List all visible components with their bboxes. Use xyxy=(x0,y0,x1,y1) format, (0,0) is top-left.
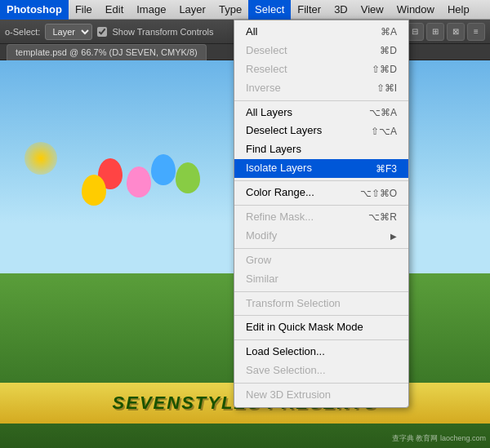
menu-item-transform-selection[interactable]: Transform Selection xyxy=(234,295,408,313)
menu-item-modify[interactable]: Modify ▶ xyxy=(234,227,408,246)
balloon-pink xyxy=(127,166,151,197)
watermark: 查字典 教育网 laocheng.com xyxy=(392,433,486,444)
menu-item-3d[interactable]: 3D xyxy=(327,0,354,20)
select-dropdown-menu[interactable]: All ⌘A Deselect ⌘D Reselect ⇧⌘D Inverse … xyxy=(234,20,409,408)
menu-item-isolate-layers[interactable]: Isolate Layers ⌘F3 xyxy=(234,159,408,178)
menu-section-2: All Layers ⌥⌘A Deselect Layers ⇧⌥A Find … xyxy=(234,101,408,182)
menu-item-all[interactable]: All ⌘A xyxy=(234,23,408,42)
menu-section-8: Load Selection... Save Selection... xyxy=(234,340,408,384)
menu-item-file[interactable]: File xyxy=(69,0,99,20)
menu-item-view[interactable]: View xyxy=(354,0,390,20)
show-transform-checkbox[interactable] xyxy=(97,27,107,37)
menu-item-deselect-layers[interactable]: Deselect Layers ⇧⌥A xyxy=(234,122,408,140)
menu-section-5: Grow Similar xyxy=(234,249,408,292)
menu-item-refine-mask[interactable]: Refine Mask... ⌥⌘R xyxy=(234,208,408,227)
layer-select[interactable]: Layer xyxy=(45,24,92,40)
balloon-blue xyxy=(151,154,176,185)
balloon-yellow xyxy=(82,175,106,206)
modify-submenu-arrow: ▶ xyxy=(390,232,397,241)
menu-item-find-layers[interactable]: Find Layers xyxy=(234,140,408,159)
balloon-green xyxy=(176,162,200,193)
menu-item-all-layers[interactable]: All Layers ⌥⌘A xyxy=(234,104,408,122)
menu-section-7: Edit in Quick Mask Mode xyxy=(234,316,408,340)
menu-item-type[interactable]: Type xyxy=(212,0,248,20)
menu-item-image[interactable]: Image xyxy=(130,0,172,20)
show-transform-label: Show Transform Controls xyxy=(112,27,213,37)
menu-item-similar[interactable]: Similar xyxy=(234,270,408,289)
menu-item-photoshop[interactable]: Photoshop xyxy=(0,0,69,20)
menu-item-grow[interactable]: Grow xyxy=(234,251,408,270)
document-tab-label: template.psd @ 66.7% (DJ SEVEN, CMYK/8) xyxy=(16,47,198,57)
menu-item-load-selection[interactable]: Load Selection... xyxy=(234,343,408,362)
toolbar-select-label: o-Select: xyxy=(5,27,40,37)
menu-item-quick-mask[interactable]: Edit in Quick Mask Mode xyxy=(234,318,408,337)
menu-section-4: Refine Mask... ⌥⌘R Modify ▶ xyxy=(234,206,408,249)
menu-item-3d-extrusion[interactable]: New 3D Extrusion xyxy=(234,386,408,405)
menu-item-filter[interactable]: Filter xyxy=(291,0,327,20)
distribute-icon[interactable]: ⊠ xyxy=(447,23,465,41)
menu-item-help[interactable]: Help xyxy=(441,0,476,20)
menu-item-reselect[interactable]: Reselect ⇧⌘D xyxy=(234,60,408,79)
arrange-icon[interactable]: ≡ xyxy=(467,23,485,41)
menu-item-window[interactable]: Window xyxy=(390,0,441,20)
menu-item-inverse[interactable]: Inverse ⇧⌘I xyxy=(234,79,408,98)
menu-bar: Photoshop File Edit Image Layer Type Sel… xyxy=(0,0,490,20)
menu-item-layer[interactable]: Layer xyxy=(172,0,212,20)
align-right-icon[interactable]: ⊞ xyxy=(426,23,444,41)
menu-item-edit[interactable]: Edit xyxy=(99,0,130,20)
menu-section-3: Color Range... ⌥⇧⌘O xyxy=(234,181,408,206)
menu-section-9: New 3D Extrusion xyxy=(234,384,408,407)
menu-item-save-selection[interactable]: Save Selection... xyxy=(234,362,408,380)
firework-decoration xyxy=(24,142,57,175)
menu-item-deselect[interactable]: Deselect ⌘D xyxy=(234,42,408,60)
document-tab[interactable]: template.psd @ 66.7% (DJ SEVEN, CMYK/8) xyxy=(7,44,207,60)
menu-section-6: Transform Selection xyxy=(234,292,408,317)
menu-item-color-range[interactable]: Color Range... ⌥⇧⌘O xyxy=(234,184,408,202)
menu-section-1: All ⌘A Deselect ⌘D Reselect ⇧⌘D Inverse … xyxy=(234,20,408,101)
menu-item-select[interactable]: Select xyxy=(248,0,291,20)
